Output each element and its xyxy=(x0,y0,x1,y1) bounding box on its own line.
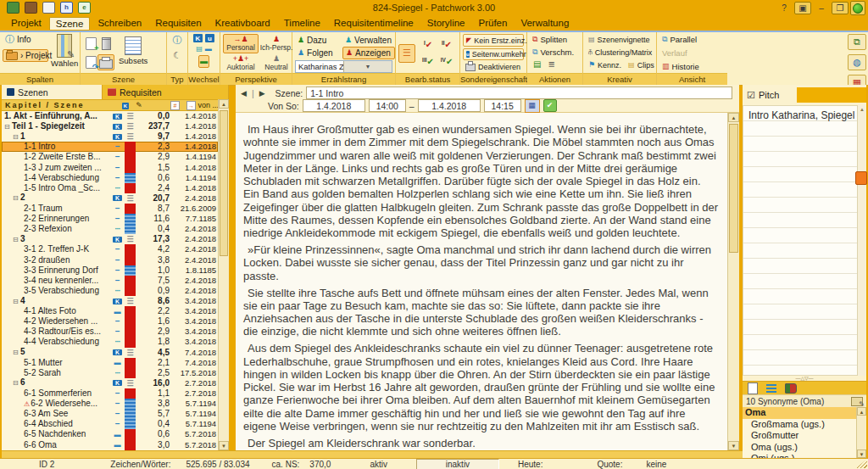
tree-row[interactable]: 1-2 Zweite Erste B... 2,9 1.4.1194 xyxy=(2,152,218,162)
date-to-input[interactable]: 1.4.2018 xyxy=(418,99,481,112)
status-4-button[interactable]: IV✔ xyxy=(441,57,453,66)
tree-row[interactable]: 2-3 Refexion 0,4 2.4.2018 xyxy=(2,224,218,234)
tree-row[interactable]: 5-1 Mutter 2,1 7.4.2018 xyxy=(2,358,218,368)
time-to-input[interactable]: 14:15 xyxy=(484,99,521,112)
tree-scrollbar-thumb[interactable] xyxy=(220,110,228,256)
perspektive-auktorial-button[interactable]: +♟+Auktorial xyxy=(223,53,259,73)
strang-folgen-button[interactable]: ♟Folgen xyxy=(295,47,342,59)
menu-item[interactable]: Timeline xyxy=(278,17,326,29)
tree-row[interactable]: 1-3 J zum zweiten ... 1,5 1.4.2018 xyxy=(2,163,218,173)
perspektive-personal-button[interactable]: →♟Personal xyxy=(223,34,259,53)
tree-row[interactable]: 3-3 Erinnerung Dorf 1,0 1.8.1185 xyxy=(2,265,218,276)
status-1-button[interactable]: I✔ xyxy=(424,40,432,49)
status-2-button[interactable]: II✔ xyxy=(442,40,452,49)
tree-row[interactable]: 3-2 draußen 3,8 2.4.2018 xyxy=(2,255,218,265)
column-kapitel-szene[interactable]: Kapitel / Szene xyxy=(2,101,119,109)
prev-scene-button[interactable]: ◀ xyxy=(239,89,248,98)
verschmelzen-button[interactable]: ⧉Verschm. xyxy=(530,47,580,58)
tree-row[interactable]: 4 8,6 3.4.2018 xyxy=(2,296,218,306)
menu-item[interactable]: Schreiben xyxy=(92,17,147,29)
menu-item[interactable]: Prüfen xyxy=(473,17,514,29)
kennzeichnung-button[interactable]: ⚑Kennz. xyxy=(586,59,624,70)
tree-row[interactable]: 6-5 Nachdenken 0,6 5.7.2018 xyxy=(2,429,218,439)
calendar-icon[interactable]: ▦ xyxy=(525,99,540,113)
synonyms-scrollbar[interactable]: ▲ ▼ xyxy=(856,407,866,458)
tab-list[interactable] xyxy=(766,383,776,393)
scroll-down-icon[interactable]: ▼ xyxy=(219,441,229,450)
parallel-button[interactable]: ⧉Parallel xyxy=(659,34,725,45)
tree-row[interactable]: 6 16,0 2.7.2018 xyxy=(2,378,218,388)
erzaehlstrang-select[interactable]: Katharinas Zeit ▼ xyxy=(295,60,392,73)
pitch-checkbox[interactable]: ☑ xyxy=(747,90,755,101)
menu-item[interactable]: Requisiten xyxy=(149,17,207,29)
szenenvignette-button[interactable]: ▤Szenenvignette xyxy=(586,34,654,45)
menu-item[interactable]: Storyline xyxy=(421,17,471,29)
szene-title-input[interactable]: 1-1 Intro xyxy=(306,87,732,99)
pitch-marker-icon[interactable] xyxy=(855,171,867,185)
tree-row[interactable]: 5 4,5 7.4.2018 xyxy=(2,348,218,358)
scroll-up-icon[interactable]: ▲ xyxy=(219,99,229,109)
tree-row[interactable]: Teil 1 - Spiegelzeit 237,7 1.4.2018 xyxy=(2,121,218,131)
synonym-item[interactable]: Großmutter xyxy=(743,430,856,442)
pitch-textarea[interactable]: Intro Katharina, Spiegel xyxy=(743,105,866,376)
unterkapitel-marker-icon[interactable]: u xyxy=(205,34,214,42)
seitenwechsel-umkehr-button[interactable]: uSeitenw.umkehr xyxy=(463,48,524,60)
menu-item[interactable]: Szene xyxy=(49,17,91,30)
menu-item[interactable]: Projekt xyxy=(5,17,47,29)
tree-row[interactable]: 1. Akt - Einführung, A... 0,0 1.4.2018 xyxy=(2,111,218,121)
clustering-matrix-button[interactable]: ⫚Clustering/Matrix xyxy=(586,47,654,58)
next-scene-button[interactable]: ▶ xyxy=(258,89,267,98)
copy-scene-icon[interactable]: ↷ xyxy=(86,56,97,69)
tree-row[interactable]: 2 20,7 2.4.2018 xyxy=(2,193,218,204)
status-indicator-button[interactable] xyxy=(850,1,865,15)
columns-icon[interactable] xyxy=(57,34,72,58)
szene-marker-icon[interactable]: ▤ xyxy=(196,44,203,53)
scroll-up-icon[interactable]: ▲ xyxy=(857,407,866,416)
numbered-list-icon[interactable]: ≣ xyxy=(548,59,554,69)
clips-button[interactable]: ▤Clips xyxy=(626,59,657,70)
date-from-input[interactable]: 1.4.2018 xyxy=(303,99,365,112)
menu-item[interactable]: Kreativboard xyxy=(209,17,276,29)
tree-row[interactable]: 6-6 Oma 3,0 5.7.2018 xyxy=(2,440,218,450)
tree-row[interactable]: 4-2 Wiedersehen ... 1,6 3.4.2018 xyxy=(2,316,218,327)
status-3-button[interactable]: III✔ xyxy=(422,57,434,66)
deaktivieren-button[interactable]: Deaktivieren xyxy=(463,62,524,72)
subsets-icon[interactable] xyxy=(125,36,142,55)
print-scene-button[interactable] xyxy=(97,54,114,70)
splitten-button[interactable]: ⧉Splitten xyxy=(530,34,580,45)
tab-notes[interactable] xyxy=(748,382,758,394)
tree-row[interactable]: 1-4 Verabschiedung 0,6 1.4.1194 xyxy=(2,173,218,183)
tree-row[interactable]: 1-1 Intro 2,3 1.4.2018 xyxy=(2,142,218,152)
perspektive-neutral-button[interactable]: ♟Neutral xyxy=(259,53,294,73)
tree-row[interactable]: 3 17,3 2.4.2018 xyxy=(2,234,218,244)
synonym-item[interactable]: Oma (ugs.) xyxy=(743,442,856,454)
synonym-item[interactable]: Oma xyxy=(743,407,856,419)
new-scene-icon[interactable]: + xyxy=(86,37,97,50)
tab-requisiten[interactable]: Requisiten xyxy=(103,85,229,99)
night-scene-icon[interactable]: ☾ xyxy=(173,51,181,60)
tree-row[interactable]: 2-2 Erinnerungen 11,6 7.7.1185 xyxy=(2,214,218,224)
strang-dazu-button[interactable]: ♟Dazu xyxy=(295,35,342,46)
editor-scrollbar-thumb[interactable] xyxy=(729,124,738,253)
tree-row[interactable]: 6-4 Abschied 0,4 5.7.1194 xyxy=(2,419,218,429)
subsets-button[interactable]: Subsets xyxy=(119,56,147,65)
tree-scrollbar[interactable]: ▲ ▼ xyxy=(218,99,229,450)
green-dash-button[interactable]: ▬ xyxy=(198,55,209,68)
status-lines-button[interactable]: ☰ xyxy=(398,44,415,63)
tree-row[interactable]: 6-3 Am See 5,7 5.7.1194 xyxy=(2,409,218,419)
tree-row[interactable]: 2-1 Traum 8,7 21.6.2009 xyxy=(2,204,218,214)
pitch-scrollbar[interactable]: ▲ xyxy=(857,105,866,376)
menu-item[interactable]: Verwaltung xyxy=(515,17,575,29)
scroll-up-icon[interactable]: ▲ xyxy=(858,105,866,114)
thesaurus-edit-icon[interactable] xyxy=(851,397,863,406)
tree-row[interactable]: 3-4 neu kennenler... 7,5 2.4.2018 xyxy=(2,276,218,286)
kapitel-marker-icon[interactable]: K xyxy=(193,34,203,42)
strang-verwalten-button[interactable]: ♟Verwalten xyxy=(342,35,395,46)
tree-row[interactable]: 4-4 Verabschiedung 1,8 3.4.2018 xyxy=(2,337,218,347)
tab-szenen[interactable]: Szenen xyxy=(2,85,103,99)
tree-row[interactable]: 4-1 Altes Foto 2,2 3.4.2018 xyxy=(2,306,218,316)
column-pages-icon[interactable]: # xyxy=(146,101,180,110)
editor-scrollbar[interactable]: ▲ ▼ xyxy=(727,113,739,450)
column-brush-icon[interactable]: ✎ xyxy=(132,101,146,109)
minimize-button[interactable]: – xyxy=(815,3,827,14)
